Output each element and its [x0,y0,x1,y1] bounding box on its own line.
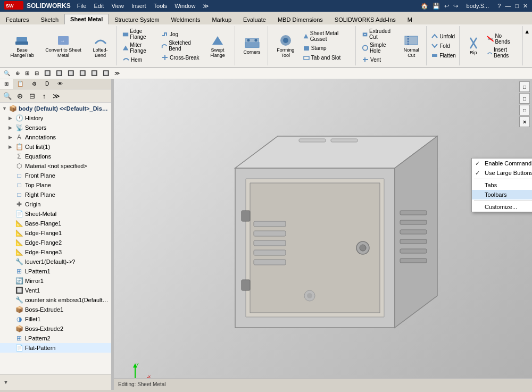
btn-insert-bends[interactable]: Insert Bends [485,46,519,59]
btn-normal-cut[interactable]: Normal Cut [400,32,423,60]
feature-tree-louver1[interactable]: 🔧 louver1(Default)->? [0,257,111,266]
fp-tab-property[interactable]: 📋 [13,79,28,89]
subcmd-icon9[interactable]: 🔲 [89,70,99,77]
feature-tree-base-flange1[interactable]: 📐 Base-Flange1 [0,219,111,228]
fp-tab-config[interactable]: ⚙ [28,79,41,89]
menu-more[interactable]: ≫ [203,3,209,10]
tab-m[interactable]: M [402,14,418,24]
subcmd-icon1[interactable]: 🔍 [2,70,12,77]
menu-large-buttons[interactable]: ✓ Use Large Buttons with Text [472,168,532,178]
btn-base-flange-tab[interactable]: Base Flange/Tab [5,32,39,60]
feature-tree-edge-flange3[interactable]: 📐 Edge-Flange3 [0,247,111,257]
vc-btn2[interactable]: □ [519,93,530,104]
subcmd-icon10[interactable]: 🔲 [101,70,111,77]
collapse-all-icon[interactable]: ⊟ [27,90,37,101]
menu-toolbars[interactable]: Toolbars ▶ [472,190,532,199]
feature-tree-edge-flange2[interactable]: 📐 Edge-Flange2 [0,238,111,247]
filter-icon[interactable]: 🔍 [2,90,13,101]
feature-tree-lpattern1[interactable]: ⊞ LPattern1 [0,266,111,276]
btn-rip[interactable]: Rip [464,35,483,57]
btn-sheet-metal-gusset[interactable]: Sheet Metal Gusset [301,30,352,43]
help-icon[interactable]: ? [497,3,501,9]
feature-tree-sheet-metal[interactable]: 📄 Sheet-Metal [0,209,111,219]
subcmd-icon7[interactable]: 🔲 [66,70,76,77]
subcmd-icon5[interactable]: 🔲 [43,70,52,77]
more-icon[interactable]: ≫ [51,90,62,101]
btn-fold[interactable]: Fold [429,41,458,50]
vc-btn3[interactable]: □ [519,105,530,115]
tab-features[interactable]: Features [0,14,35,24]
btn-corners[interactable]: Corners [243,34,262,56]
menu-edit[interactable]: Edit [94,3,104,10]
subcmd-more[interactable]: ≫ [113,70,121,77]
redo-icon[interactable]: ↪ [453,3,458,10]
tab-structure-system[interactable]: Structure System [109,14,165,24]
close-icon[interactable]: ✕ [523,3,528,10]
menu-insert[interactable]: Insert [131,3,146,10]
fp-tab-dimxpert[interactable]: D [41,79,53,89]
btn-vent[interactable]: Vent [360,55,397,64]
tab-sheet-metal[interactable]: Sheet Metal [64,14,109,24]
feature-tree-edge-flange1[interactable]: 📐 Edge-Flange1 [0,228,111,238]
menu-enable-cmd[interactable]: ✓ Enable CommandManager [472,159,532,168]
btn-convert-sheet[interactable]: → Convert to Sheet Metal [41,32,86,60]
feature-tree-history[interactable]: ▶ 🕐 History [0,113,111,123]
fp-tab-display[interactable]: 👁 [53,79,67,89]
tab-markup[interactable]: Markup [206,14,237,24]
feature-tree-root[interactable]: ▼ 📦 body (Default) <<Default>_Display St… [0,104,111,113]
btn-extruded-cut[interactable]: Extruded Cut [360,28,397,40]
btn-sketched-bend[interactable]: Sketched Bend [160,39,202,52]
feature-tree-right-plane[interactable]: □ Right Plane [0,190,111,199]
menu-tabs[interactable]: Tabs ▶ [472,180,532,190]
tab-sw-addins[interactable]: SOLIDWORKS Add-Ins [329,14,402,24]
feature-tree-cut-list[interactable]: ▶ 📋 Cut list(1) [0,142,111,152]
feature-tree-boss-extrude2[interactable]: 📦 Boss-Extrude2 [0,324,111,333]
subcmd-icon6[interactable]: 🔲 [54,70,64,77]
btn-tab-slot[interactable]: Tab and Slot [301,53,352,62]
home-icon[interactable]: 🏠 [421,3,428,10]
feature-tree-annotations[interactable]: ▶ A Annotations [0,132,111,142]
feature-tree-equations[interactable]: Σ Equations [0,152,111,161]
tab-sketch[interactable]: Sketch [35,14,64,24]
btn-stamp[interactable]: Stamp [301,44,352,52]
subcmd-icon2[interactable]: ⊕ [14,70,21,77]
btn-flatten[interactable]: Flatten [429,51,458,60]
undo-icon[interactable]: ↩ [444,3,449,10]
tab-weldments[interactable]: Weldments [165,14,206,24]
vc-btn4[interactable]: ✕ [519,116,530,127]
btn-hem[interactable]: Hem [121,55,157,64]
btn-swept-flange[interactable]: Swept Flange [204,32,231,60]
feature-tree-mirror1[interactable]: 🔄 Mirror1 [0,276,111,286]
btn-miter-flange[interactable]: Miter Flange [121,41,157,54]
feature-tree-vent1[interactable]: 🔲 Vent1 [0,286,111,295]
feature-tree-flat-pattern[interactable]: 📄 Flat-Pattern [0,343,111,353]
expand-all-icon[interactable]: ⊕ [14,90,25,101]
menu-view[interactable]: View [111,3,124,10]
tab-evaluate[interactable]: Evaluate [237,14,272,24]
menu-tools[interactable]: Tools [154,3,168,10]
menu-window[interactable]: Window [174,3,195,10]
tab-mbd-dimensions[interactable]: MBD Dimensions [272,14,329,24]
minimize-icon[interactable]: — [505,3,511,9]
vc-btn1[interactable]: □ [519,81,530,92]
up-icon[interactable]: ↑ [39,90,49,101]
feature-tree-sensors[interactable]: ▶ 📡 Sensors [0,123,111,132]
feature-tree-boss-extrude1[interactable]: 📦 Boss-Extrude1 [0,305,111,314]
btn-forming-tool[interactable]: Forming Tool [272,32,299,60]
btn-edge-flange[interactable]: Edge Flange [121,28,157,40]
feature-tree-top-plane[interactable]: □ Top Plane [0,180,111,190]
fp-tab-features[interactable]: ⊞ [0,79,13,89]
save-icon[interactable]: 💾 [433,3,440,10]
feature-tree-counter-sink[interactable]: 🔧 counter sink emboss1(Default)->: [0,295,111,305]
feature-tree-lpattern2[interactable]: ⊞ LPattern2 [0,333,111,343]
subcmd-icon8[interactable]: 🔲 [78,70,87,77]
menu-customize[interactable]: Customize... [472,202,532,212]
subcmd-icon4[interactable]: ⊟ [33,70,40,77]
btn-unfold[interactable]: Unfold [429,32,458,40]
feature-tree-fillet1[interactable]: ◑ Fillet1 [0,314,111,324]
feature-tree-front-plane[interactable]: □ Front Plane [0,171,111,180]
btn-simple-hole[interactable]: Simple Hole [360,41,397,54]
btn-no-bends[interactable]: No Bends [485,32,519,45]
feature-tree-material[interactable]: ⬡ Material <not specified> [0,161,111,171]
ribbon-collapse-btn[interactable]: ▲ [524,26,530,65]
